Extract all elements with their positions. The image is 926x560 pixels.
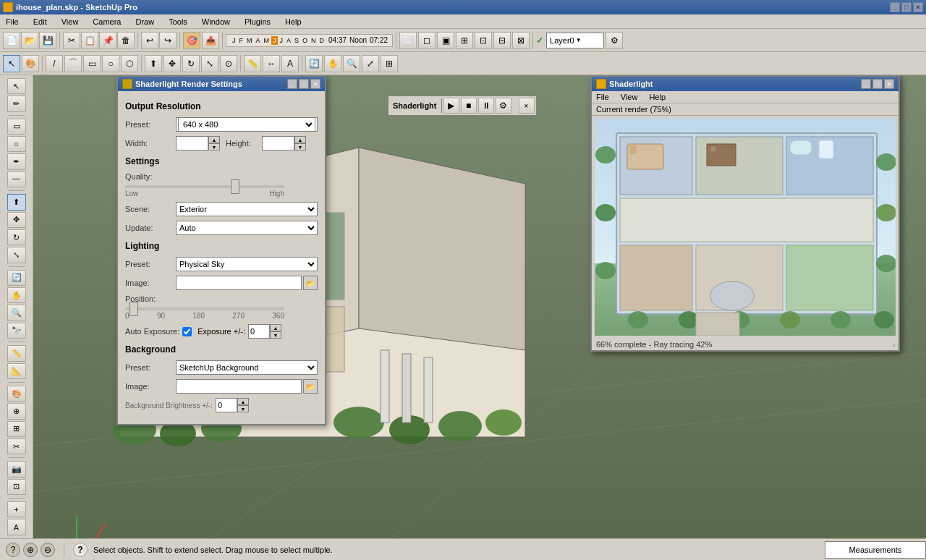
bg-brightness-down-btn[interactable]: ▼ [237,405,249,412]
lzoomout-btn[interactable]: 🔭 [7,323,26,339]
lcirc-btn[interactable]: ○ [7,136,26,152]
lpen-btn[interactable]: ✒ [7,153,26,169]
lgroup-btn[interactable]: ⊞ [7,421,26,437]
polygon-btn[interactable]: ⬡ [121,55,138,72]
lpan-btn[interactable]: ✋ [7,287,26,303]
langle-btn[interactable]: 📐 [7,363,26,379]
menu-tools[interactable]: Tools [166,16,190,27]
new-btn[interactable]: 📄 [3,32,20,49]
print-btn[interactable]: 🎯 [183,32,200,49]
stool-close-btn[interactable]: × [519,98,535,114]
menu-help[interactable]: Help [282,16,305,27]
render-stop-btn[interactable]: ■ [461,98,477,114]
menu-file[interactable]: File [3,16,22,27]
lpush-btn[interactable]: ⬆ [7,194,26,210]
menu-draw[interactable]: Draw [132,16,157,27]
render-close-btn[interactable]: × [884,79,894,89]
save-btn[interactable]: 💾 [39,32,56,49]
lselect-btn[interactable]: ↖ [7,78,26,94]
copy-btn[interactable]: 📋 [81,32,98,49]
bg-image-input[interactable] [176,379,302,394]
lsketch-btn[interactable]: ✏ [7,96,26,111]
lwave-btn[interactable]: 〰 [7,171,26,187]
render-min-btn[interactable]: _ [861,79,871,89]
ltext-btn[interactable]: A [7,519,26,535]
resize-handle[interactable]: ⌟ [892,339,896,347]
auto-exposure-checkbox[interactable] [182,327,192,336]
preset-dropdown[interactable]: 640 x 480 800 x 600 1024 x 768 [178,117,315,132]
exposure-input[interactable] [248,324,270,339]
menu-camera[interactable]: Camera [90,16,124,27]
lorbit-btn[interactable]: 🔄 [7,270,26,286]
lrect-btn[interactable]: ▭ [7,119,26,135]
measurements-box[interactable]: Measurements [825,541,926,559]
dim-btn[interactable]: ↔ [263,55,280,72]
view1-btn[interactable]: ⬜ [399,32,417,49]
circle-btn[interactable]: ○ [102,55,119,72]
render-settings-btn[interactable]: ⚙ [496,98,511,114]
render-menu-view[interactable]: View [621,93,638,101]
zoomfit-btn[interactable]: ⤢ [362,55,379,72]
view4-btn[interactable]: ⊞ [456,32,473,49]
scale-btn[interactable]: ⤡ [201,55,218,72]
view2-btn[interactable]: ◻ [418,32,436,49]
layer-dropdown[interactable]: Layer0 ▼ [546,33,604,48]
export-btn[interactable]: 📤 [202,32,219,49]
push-btn[interactable]: ⬆ [145,55,162,72]
exposure-down-btn[interactable]: ▼ [270,331,281,339]
dialog-close-btn[interactable]: × [310,79,320,89]
update-select[interactable]: Auto Manual [176,221,318,235]
offset-btn[interactable]: ⊙ [220,55,237,72]
bg-brightness-up-btn[interactable]: ▲ [237,398,249,405]
preset-select[interactable]: 640 x 480 800 x 600 1024 x 768 [176,117,318,132]
width-up-btn[interactable]: ▲ [208,136,220,143]
dialog-min-btn[interactable]: _ [287,79,297,89]
rotate-btn[interactable]: ↻ [182,55,200,72]
render-max-btn[interactable]: □ [872,79,883,89]
minimize-btn[interactable]: _ [890,2,900,12]
cut-btn[interactable]: ✂ [63,32,80,49]
lcomponent-btn[interactable]: ⊕ [7,403,26,419]
lmove-btn[interactable]: ✥ [7,212,26,228]
undo-btn[interactable]: ↩ [141,32,158,49]
view6-btn[interactable]: ⊟ [493,32,511,49]
maximize-btn[interactable]: □ [901,2,912,12]
line-btn[interactable]: / [46,55,63,72]
arc-btn[interactable]: ⌒ [64,55,82,72]
menu-view[interactable]: View [59,16,82,27]
paste-btn[interactable]: 📌 [99,32,116,49]
pan-btn[interactable]: ✋ [324,55,341,72]
open-btn[interactable]: 📂 [21,32,38,49]
lscale-btn[interactable]: ⤡ [7,247,26,263]
zoomsect-btn[interactable]: ⊞ [381,55,398,72]
view5-btn[interactable]: ⊡ [475,32,492,49]
lpaint-btn[interactable]: 🎨 [7,386,26,402]
move-btn[interactable]: ✥ [163,55,181,72]
scene-select[interactable]: Exterior Interior [176,202,318,216]
bg-preset-select[interactable]: SketchUp Background Physical Sky [176,360,318,375]
ltape-btn[interactable]: 📏 [7,345,26,361]
width-down-btn[interactable]: ▼ [208,143,220,150]
layer-settings-btn[interactable]: ⚙ [606,32,623,49]
height-input[interactable]: 480 [262,136,294,150]
lphotos-btn[interactable]: 📷 [7,461,26,477]
lighting-image-browse-btn[interactable]: 📂 [303,276,318,290]
position-slider[interactable] [125,307,284,310]
menu-window[interactable]: Window [199,16,233,27]
lrotate-btn[interactable]: ↻ [7,229,26,245]
select-btn[interactable]: ↖ [3,55,20,72]
lzoomin-btn[interactable]: 🔍 [7,305,26,321]
render-play-btn[interactable]: ▶ [443,98,459,114]
render-menu-file[interactable]: File [596,93,609,101]
tape-btn[interactable]: 📏 [244,55,261,72]
lighting-preset-select[interactable]: Physical Sky Artificial Lights [176,257,318,271]
lguide-btn[interactable]: + [7,501,26,517]
height-up-btn[interactable]: ▲ [294,136,306,143]
render-menu-help[interactable]: Help [649,93,666,101]
close-btn[interactable]: × [913,2,923,12]
erase-btn[interactable]: 🗑 [117,32,135,49]
text-btn[interactable]: A [281,55,299,72]
bg-brightness-input[interactable] [216,398,237,412]
bg-image-browse-btn[interactable]: 📂 [303,379,318,394]
exposure-up-btn[interactable]: ▲ [270,324,281,331]
